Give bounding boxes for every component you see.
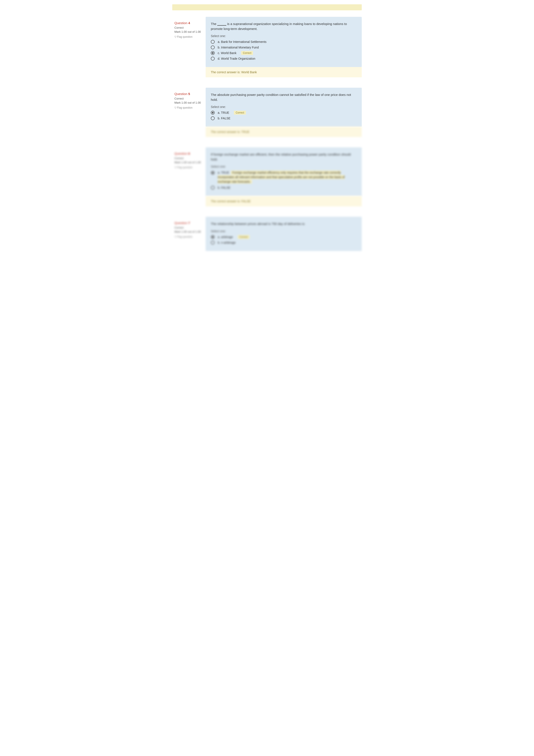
radio-5a-fill xyxy=(212,112,214,114)
question-7-mark: Mark 1.00 out of 1.00 xyxy=(174,230,203,234)
flag-icon: ▽ xyxy=(174,35,176,39)
question-7-block: Question 7 Correct Mark 1.00 out of 1.00… xyxy=(172,217,362,251)
question-4-select-label: Select one: xyxy=(211,34,357,38)
question-5-text: The absolute purchasing power parity con… xyxy=(211,93,357,102)
question-7-status: Correct xyxy=(174,226,203,230)
question-6-text: If foreign exchange market are efficient… xyxy=(211,152,357,162)
question-5-label: Question 5 xyxy=(174,92,203,96)
flag-icon-5: ▽ xyxy=(174,106,176,110)
feedback-6: The correct answer is: FALSE xyxy=(206,196,362,206)
radio-6a xyxy=(211,171,215,175)
correct-badge-7a: Correct xyxy=(238,235,249,239)
question-5-flag[interactable]: ▽ Flag question xyxy=(174,106,203,110)
radio-4a xyxy=(211,40,215,44)
question-5-sidebar: Question 5 Correct Mark 1.00 out of 1.00… xyxy=(172,88,206,127)
question-4-mark: Mark 1.00 out of 1.00 xyxy=(174,30,203,34)
radio-7a-fill xyxy=(212,236,214,238)
question-6-label: Question 6 xyxy=(174,151,203,156)
question-6-options: a. TRUE Foreign exchange market efficien… xyxy=(211,171,357,190)
question-6-block: Question 6 Correct Mark 1.00 out of 1.00… xyxy=(172,148,362,196)
question-7-text: The relationship between prices abroad i… xyxy=(211,222,357,227)
option-4a[interactable]: a. Bank for International Settlements xyxy=(211,40,357,44)
radio-5b xyxy=(211,116,215,120)
question-5-status: Correct xyxy=(174,96,203,101)
question-7-main: The relationship between prices abroad i… xyxy=(206,217,362,251)
option-5b[interactable]: b. FALSE xyxy=(211,116,357,120)
question-7-select-label: Select one: xyxy=(211,230,357,233)
correct-badge-4c: Correct xyxy=(241,51,253,55)
question-5-block: Question 5 Correct Mark 1.00 out of 1.00… xyxy=(172,88,362,127)
radio-5a xyxy=(211,111,215,115)
question-4-text: The _____ is a supranational organizatio… xyxy=(211,21,357,31)
option-4d[interactable]: d. World Trade Organization xyxy=(211,57,357,61)
feedback-5: The correct answer is: TRUE xyxy=(206,127,362,137)
flag-icon-7: ▽ xyxy=(174,235,176,239)
question-7-label: Question 7 xyxy=(174,221,203,226)
option-5a[interactable]: a. TRUE Correct xyxy=(211,111,357,115)
question-5-options: a. TRUE Correct b. FALSE xyxy=(211,111,357,120)
option-6a[interactable]: a. TRUE Foreign exchange market efficien… xyxy=(211,171,357,184)
option-6b[interactable]: b. FALSE xyxy=(211,186,357,190)
question-7-flag[interactable]: ▽ Flag question xyxy=(174,235,203,239)
radio-6a-fill xyxy=(212,172,214,174)
question-6-sidebar: Question 6 Correct Mark 1.00 out of 1.00… xyxy=(172,148,206,196)
question-5-mark: Mark 1.00 out of 1.00 xyxy=(174,101,203,105)
flag-icon-6: ▽ xyxy=(174,166,176,169)
question-4-label: Question 4 xyxy=(174,21,203,26)
question-4-block: Question 4 Correct Mark 1.00 out of 1.00… xyxy=(172,17,362,67)
question-4-status: Correct xyxy=(174,26,203,30)
question-7-options: a. arbitrage Correct b. n-arbitrage xyxy=(211,235,357,245)
option-4b[interactable]: b. International Monetary Fund xyxy=(211,45,357,49)
radio-6b xyxy=(211,186,215,190)
correct-badge-5a: Correct xyxy=(234,111,246,115)
question-6-flag[interactable]: ▽ Flag question xyxy=(174,166,203,169)
question-4-sidebar: Question 4 Correct Mark 1.00 out of 1.00… xyxy=(172,17,206,67)
option-4c[interactable]: c. World Bank Correct xyxy=(211,51,357,55)
radio-7a xyxy=(211,235,215,239)
option-7a[interactable]: a. arbitrage Correct xyxy=(211,235,357,239)
radio-4b xyxy=(211,45,215,49)
question-5-main: The absolute purchasing power parity con… xyxy=(206,88,362,127)
radio-7b xyxy=(211,241,215,245)
question-6-main: If foreign exchange market are efficient… xyxy=(206,148,362,196)
radio-4c-fill xyxy=(212,52,214,54)
feedback-4: The correct answer is: World Bank xyxy=(206,67,362,77)
option-7b[interactable]: b. n-arbitrage xyxy=(211,241,357,245)
question-7-sidebar: Question 7 Correct Mark 1.00 out of 1.00… xyxy=(172,217,206,251)
question-5-select-label: Select one: xyxy=(211,105,357,109)
question-4-main: The _____ is a supranational organizatio… xyxy=(206,17,362,67)
question-4-options: a. Bank for International Settlements b.… xyxy=(211,40,357,61)
radio-4d xyxy=(211,57,215,61)
question-4-flag[interactable]: ▽ Flag question xyxy=(174,35,203,39)
question-6-select-label: Select one: xyxy=(211,165,357,168)
question-6-mark: Mark 1.00 out of 1.00 xyxy=(174,160,203,165)
radio-4c xyxy=(211,51,215,55)
top-bar xyxy=(172,4,362,10)
question-6-status: Correct xyxy=(174,156,203,160)
